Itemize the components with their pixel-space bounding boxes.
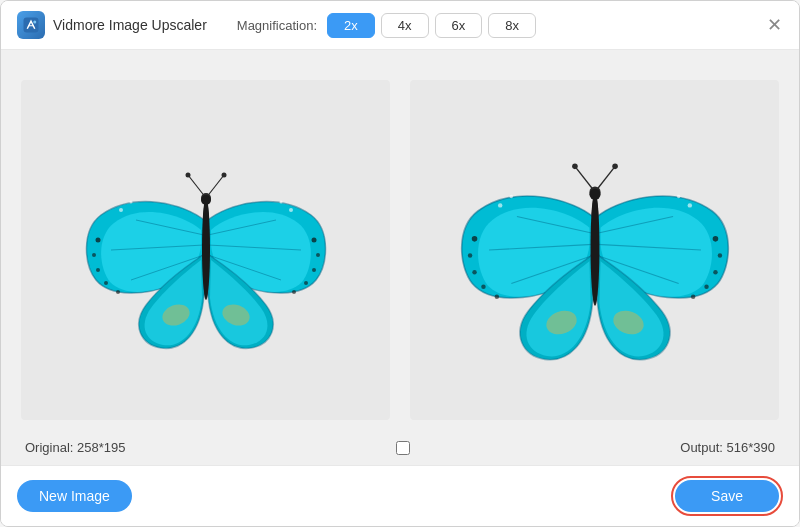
svg-point-1 bbox=[33, 21, 36, 24]
output-butterfly bbox=[410, 80, 779, 420]
svg-point-49 bbox=[676, 195, 679, 198]
svg-point-29 bbox=[572, 164, 578, 170]
images-row bbox=[21, 70, 779, 430]
app-icon bbox=[17, 11, 45, 39]
svg-point-40 bbox=[713, 270, 717, 274]
svg-point-42 bbox=[690, 295, 694, 299]
mag-6x-button[interactable]: 6x bbox=[435, 13, 483, 38]
svg-point-16 bbox=[312, 268, 316, 272]
close-button[interactable]: ✕ bbox=[763, 14, 785, 36]
mag-4x-button[interactable]: 4x bbox=[381, 13, 429, 38]
svg-point-8 bbox=[95, 238, 100, 243]
magnification-buttons: 2x 4x 6x 8x bbox=[327, 13, 536, 38]
new-image-button[interactable]: New Image bbox=[17, 480, 132, 512]
svg-point-35 bbox=[481, 285, 485, 289]
magnification-label: Magnification: bbox=[237, 18, 317, 33]
output-info: Output: 516*390 bbox=[680, 440, 775, 455]
svg-point-12 bbox=[116, 290, 120, 294]
svg-point-47 bbox=[509, 195, 512, 198]
svg-point-34 bbox=[472, 270, 476, 274]
output-image-panel bbox=[410, 80, 779, 420]
original-image-panel bbox=[21, 80, 390, 420]
compare-checkbox[interactable] bbox=[396, 441, 410, 455]
svg-line-4 bbox=[188, 175, 206, 198]
svg-point-25 bbox=[279, 201, 282, 204]
mag-8x-button[interactable]: 8x bbox=[488, 13, 536, 38]
svg-line-28 bbox=[574, 166, 594, 192]
svg-point-38 bbox=[712, 236, 718, 242]
info-row: Original: 258*195 Output: 516*390 bbox=[21, 430, 779, 465]
svg-point-11 bbox=[104, 281, 108, 285]
original-butterfly bbox=[21, 80, 390, 420]
app-window: Vidmore Image Upscaler Magnification: 2x… bbox=[0, 0, 800, 527]
svg-point-18 bbox=[292, 290, 296, 294]
svg-point-48 bbox=[687, 203, 691, 207]
svg-point-45 bbox=[589, 189, 600, 200]
svg-point-21 bbox=[201, 195, 211, 205]
svg-point-44 bbox=[590, 192, 599, 304]
svg-point-33 bbox=[467, 253, 471, 257]
svg-point-14 bbox=[311, 238, 316, 243]
svg-point-41 bbox=[704, 285, 708, 289]
svg-point-39 bbox=[717, 253, 721, 257]
mag-2x-button[interactable]: 2x bbox=[327, 13, 375, 38]
svg-point-31 bbox=[612, 164, 618, 170]
svg-point-22 bbox=[119, 208, 123, 212]
svg-point-36 bbox=[494, 295, 498, 299]
main-content: Original: 258*195 Output: 516*390 bbox=[1, 50, 799, 465]
save-button[interactable]: Save bbox=[675, 480, 779, 512]
svg-line-30 bbox=[595, 166, 615, 192]
svg-point-32 bbox=[471, 236, 477, 242]
svg-point-9 bbox=[92, 253, 96, 257]
svg-point-24 bbox=[289, 208, 293, 212]
svg-point-23 bbox=[129, 201, 132, 204]
svg-point-20 bbox=[202, 198, 210, 298]
original-info: Original: 258*195 bbox=[25, 440, 125, 455]
svg-point-15 bbox=[316, 253, 320, 257]
svg-point-46 bbox=[497, 203, 501, 207]
svg-line-6 bbox=[206, 175, 224, 198]
bottom-bar: New Image Save bbox=[1, 465, 799, 526]
svg-point-7 bbox=[221, 173, 226, 178]
svg-point-10 bbox=[96, 268, 100, 272]
save-button-wrapper: Save bbox=[671, 476, 783, 516]
title-bar: Vidmore Image Upscaler Magnification: 2x… bbox=[1, 1, 799, 50]
app-title: Vidmore Image Upscaler bbox=[53, 17, 207, 33]
svg-point-17 bbox=[304, 281, 308, 285]
svg-point-5 bbox=[185, 173, 190, 178]
